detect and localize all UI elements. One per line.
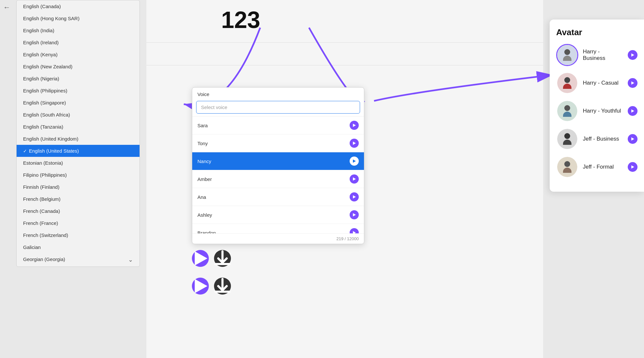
- language-dropdown: English (Canada)English (Hong Kong SAR)E…: [16, 0, 140, 267]
- svg-marker-9: [631, 81, 634, 85]
- language-list: English (Canada)English (Hong Kong SAR)E…: [17, 0, 140, 267]
- language-item[interactable]: English (Canada): [17, 0, 140, 12]
- voice-play-button[interactable]: [350, 121, 359, 130]
- avatar-item[interactable]: Jeff - Business: [556, 128, 637, 150]
- svg-marker-6: [353, 213, 356, 216]
- svg-marker-4: [353, 177, 356, 181]
- language-item[interactable]: English (Tanzania): [17, 121, 140, 133]
- language-item[interactable]: ✓ English (United States): [17, 145, 140, 157]
- language-item[interactable]: Finnish (Finland): [17, 181, 140, 193]
- svg-marker-7: [353, 231, 356, 233]
- voice-item[interactable]: Amber: [192, 170, 364, 188]
- avatar-item[interactable]: Harry - Business: [556, 44, 637, 66]
- voice-search-input[interactable]: Select voice: [196, 101, 360, 114]
- voice-play-button[interactable]: [350, 139, 359, 148]
- scroll-down-icon: ⌄: [128, 256, 133, 263]
- svg-marker-2: [353, 142, 356, 145]
- svg-marker-13: [195, 251, 208, 265]
- avatar-play-button[interactable]: [628, 78, 637, 88]
- avatar-item[interactable]: Harry - Youthful: [556, 100, 637, 122]
- avatar-name: Harry - Business: [583, 48, 623, 62]
- avatar-image-wrap: [556, 128, 578, 150]
- avatar-name: Jeff - Business: [583, 136, 623, 142]
- play-button-1[interactable]: [192, 250, 209, 267]
- language-item[interactable]: English (Hong Kong SAR): [17, 12, 140, 24]
- voice-item[interactable]: Tony: [192, 134, 364, 152]
- voice-play-button[interactable]: [350, 228, 359, 233]
- avatar-panel: Avatar Harry - Business Harry - Casual H…: [550, 20, 644, 192]
- avatar-image-wrap: [556, 44, 578, 66]
- voice-play-button[interactable]: [350, 210, 359, 219]
- language-item[interactable]: English (United Kingdom): [17, 133, 140, 145]
- voice-dropdown: Voice Select voice SaraTonyNancyAmberAna…: [192, 87, 364, 244]
- language-item[interactable]: Galician: [17, 241, 140, 253]
- svg-marker-14: [195, 279, 208, 293]
- voice-item[interactable]: Brandon: [192, 224, 364, 233]
- language-item[interactable]: English (Kenya): [17, 48, 140, 61]
- avatar-name: Harry - Youthful: [583, 108, 623, 114]
- voice-play-button[interactable]: [350, 157, 359, 166]
- language-item[interactable]: French (France): [17, 217, 140, 229]
- bottom-action-buttons-1: [192, 250, 231, 267]
- voice-play-button[interactable]: [350, 192, 359, 201]
- avatar-item[interactable]: Jeff - Formal: [556, 156, 637, 178]
- language-item[interactable]: English (Nigeria): [17, 73, 140, 85]
- download-button-1[interactable]: [214, 250, 231, 267]
- language-item[interactable]: Estonian (Estonia): [17, 157, 140, 169]
- svg-marker-3: [353, 159, 356, 163]
- avatar-list: Harry - Business Harry - Casual Harry - …: [556, 44, 637, 178]
- avatar-play-button[interactable]: [628, 162, 637, 172]
- voice-name: Nancy: [197, 158, 211, 164]
- voice-count: 219 / 12000: [192, 233, 364, 244]
- avatar-play-button[interactable]: [628, 134, 637, 144]
- voice-label: Voice: [192, 88, 364, 99]
- language-item[interactable]: German (Austria): [17, 265, 140, 267]
- language-item[interactable]: English (Ireland): [17, 36, 140, 48]
- voice-name: Amber: [197, 176, 212, 182]
- language-item[interactable]: Georgian (Georgia): [17, 253, 140, 265]
- svg-marker-8: [631, 53, 634, 57]
- svg-marker-10: [631, 109, 634, 113]
- svg-marker-5: [353, 195, 356, 199]
- language-item[interactable]: English (Singapore): [17, 97, 140, 109]
- avatar-name: Jeff - Formal: [583, 164, 623, 170]
- voice-item[interactable]: Ana: [192, 188, 364, 206]
- voice-item[interactable]: Ashley: [192, 206, 364, 224]
- language-item[interactable]: English (New Zealand): [17, 61, 140, 73]
- voice-name: Ana: [197, 194, 206, 200]
- voice-item[interactable]: Sara: [192, 116, 364, 134]
- voice-name: Tony: [197, 141, 208, 146]
- language-item[interactable]: English (India): [17, 24, 140, 36]
- play-button-2[interactable]: [192, 278, 209, 295]
- back-arrow-icon[interactable]: ←: [3, 3, 10, 12]
- avatar-image-wrap: [556, 72, 578, 94]
- svg-marker-1: [353, 124, 356, 127]
- voice-play-button[interactable]: [350, 174, 359, 184]
- voice-name: Sara: [197, 123, 208, 128]
- language-item[interactable]: English (Philippines): [17, 85, 140, 97]
- avatar-image-wrap: [556, 100, 578, 122]
- language-item[interactable]: French (Switzerland): [17, 229, 140, 241]
- language-item[interactable]: French (Belgium): [17, 193, 140, 205]
- language-item[interactable]: French (Canada): [17, 205, 140, 217]
- avatar-name: Harry - Casual: [583, 80, 623, 86]
- voice-item[interactable]: Nancy: [192, 152, 364, 170]
- language-item[interactable]: English (South Africa): [17, 109, 140, 121]
- voice-list: SaraTonyNancyAmberAnaAshleyBrandon: [192, 116, 364, 233]
- avatar-item[interactable]: Harry - Casual: [556, 72, 637, 94]
- avatar-image-wrap: [556, 156, 578, 178]
- voice-name: Brandon: [197, 230, 216, 234]
- voice-name: Ashley: [197, 212, 212, 218]
- svg-marker-11: [631, 137, 634, 141]
- avatar-title: Avatar: [556, 27, 637, 37]
- language-item[interactable]: Filipino (Philippines): [17, 169, 140, 181]
- avatar-play-button[interactable]: [628, 50, 637, 60]
- avatar-play-button[interactable]: [628, 106, 637, 116]
- bottom-action-buttons-2: [192, 278, 231, 295]
- svg-marker-12: [631, 165, 634, 169]
- download-button-2[interactable]: [214, 278, 231, 295]
